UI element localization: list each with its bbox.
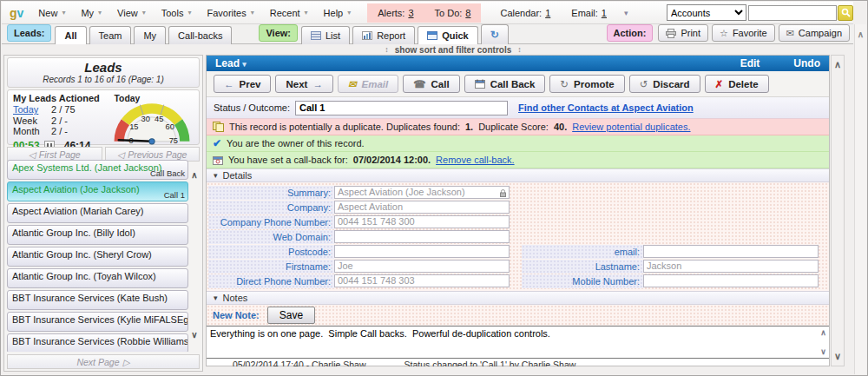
delete-button[interactable]: ✗Delete [705,75,769,93]
web-domain-field[interactable] [334,230,510,243]
todo-count[interactable]: 8 [465,8,470,18]
call-button[interactable]: ☎Call [403,75,459,93]
search-input[interactable] [748,5,837,21]
call-button-label: Call [431,79,450,89]
sort-filter-label: show sort and filter controls [395,45,511,55]
tab-view-quick[interactable]: Quick [418,26,478,44]
scroll-down-icon[interactable]: ∨ [818,347,829,356]
favorite-button[interactable]: ☆Favorite [712,24,775,42]
collapse-icon[interactable]: ▾ [624,9,628,17]
details-section-label: Details [223,170,253,181]
email-count[interactable]: 1 [602,8,607,18]
next-button[interactable]: Next→ [275,75,332,93]
menu-my[interactable]: My▾ [73,8,109,18]
panel-scrollbar[interactable]: ∧ ∨ [831,55,845,366]
mobile-field[interactable] [643,274,819,287]
quick-window-icon [427,31,437,40]
list-item[interactable]: BBT Insurance Services (Kate Bush) [7,290,188,310]
company-field[interactable]: Aspect Aviation [334,201,510,214]
tab-callbacks[interactable]: Call-backs [168,26,232,44]
menu-new[interactable]: New▾ [30,8,73,18]
list-item[interactable]: Atlantic Group Inc. (Sheryl Crow) [7,247,188,267]
sort-filter-toggle[interactable]: ↕ show sort and filter controls ↕ [53,44,853,55]
scroll-up-icon[interactable]: ∧ [189,170,200,180]
list-item[interactable]: BBT Insurance Services (Kylie MiFALSEgue… [7,312,188,332]
scroll-up-icon[interactable]: ∧ [820,328,826,337]
tab-my[interactable]: My [134,26,166,44]
lastname-field[interactable]: Jackson [643,260,819,273]
note-scrollbar[interactable]: ∧∨ [818,328,829,356]
firstname-field[interactable]: Joe [334,260,510,273]
call-back-button[interactable]: Call Back [464,75,546,93]
postcode-field[interactable] [334,245,510,258]
direct-phone-field[interactable]: 0044 151 748 303 [334,274,510,287]
today-link[interactable]: Today [13,104,51,115]
menu-help[interactable]: Help▾ [316,8,359,18]
prev-button[interactable]: ←Prev [214,75,271,93]
scroll-up-icon[interactable]: ∧ [855,30,866,39]
tab-view-report[interactable]: Report [352,26,415,44]
week-label: Week [13,115,51,127]
find-contacts-link[interactable]: Find other Contacts at Aspect Aviation [518,102,694,113]
discard-button-label: Discard [653,79,689,89]
list-scrollbar[interactable]: ∧ ∨ [189,160,200,352]
form-row-lastname: Lastname:Jackson [522,259,819,274]
company-phone-field[interactable]: 0044 151 748 300 [334,215,510,228]
lead-title-menu[interactable]: Lead ▾ [215,57,247,69]
menu-view[interactable]: View▾ [109,8,154,18]
list-icon [311,31,321,40]
tab-view-list[interactable]: List [301,26,350,44]
list-item[interactable]: Apex Systems Ltd. (Janet Jackson)Call Ba… [7,160,188,180]
alerts-counter[interactable]: Alerts:3 [367,8,424,18]
scroll-up-icon[interactable]: ∧ [832,59,844,70]
window-scrollbar[interactable]: ∧ [854,24,866,374]
tab-team[interactable]: Team [89,26,132,44]
list-item[interactable]: Atlantic Group Inc. (Toyah Wilcox) [7,268,188,288]
campaign-button[interactable]: ✉Campaign [779,24,850,42]
list-item[interactable]: BBT Insurance Services (Robbie Williams) [7,333,188,352]
undo-button[interactable]: Undo [793,57,820,69]
menu-recent[interactable]: Recent▾ [262,8,316,18]
lead-name: Atlantic Group Inc. (Toyah Wilcox) [12,271,156,281]
todo-counter[interactable]: To Do:8 [424,8,482,18]
envelope-icon: ✉ [348,78,357,90]
calendar-count[interactable]: 1 [545,8,550,18]
scroll-down-icon[interactable]: ∨ [189,330,200,340]
scroll-down-icon[interactable]: ∨ [832,351,844,362]
list-item[interactable]: Atlantic Group Inc. (Billy Idol) [7,225,188,245]
save-button[interactable]: Save [267,307,315,324]
lead-name: Atlantic Group Inc. (Billy Idol) [12,228,135,238]
alerts-count[interactable]: 3 [408,8,413,18]
lead-title-label: Lead [215,57,240,69]
edit-button[interactable]: Edit [740,57,760,69]
next-page-button[interactable]: Next Page▷ [7,354,200,369]
promote-button[interactable]: ↻Promote [549,75,624,93]
tab-refresh[interactable]: ↻ [481,24,509,44]
email-button-label: Email [362,79,389,89]
remove-callback-link[interactable]: Remove call-back. [436,155,514,165]
duplicate-warning-text: This record is potentially a duplicate. … [229,122,460,132]
duplicate-warning: This record is potentially a duplicate. … [207,119,829,135]
discard-button[interactable]: ↺Discard [629,75,700,93]
review-duplicates-link[interactable]: Review potential duplicates. [572,122,690,132]
tab-all[interactable]: All [55,26,86,44]
list-item[interactable]: Aspect Aviation (Mariah Carey) [7,203,188,223]
menu-tools[interactable]: Tools▾ [154,8,200,18]
email-counter[interactable]: Email:1 [561,8,617,18]
menu-favorites[interactable]: Favorites▾ [199,8,261,18]
email-field[interactable] [643,245,819,258]
todo-label: To Do: [435,8,463,18]
history-timestamp-author: 05/02/2014 17:40 - Charlie Shaw [233,359,366,366]
summary-field[interactable]: Aspect Aviation (Joe Jackson) [334,186,510,199]
list-item-selected[interactable]: Aspect Aviation (Joe Jackson)Call 1 [7,181,188,201]
notes-section-header[interactable]: ▾ Notes [207,291,829,305]
alerts-label: Alerts: [378,8,404,18]
print-button[interactable]: Print [658,24,708,42]
search-scope-select[interactable]: Accounts [667,4,746,21]
details-section-header[interactable]: ▾ Details [207,168,829,182]
status-outcome-input[interactable] [295,101,508,115]
calendar-counter[interactable]: Calendar:1 [490,8,561,18]
note-textarea[interactable]: Everything is on one page. Simple Call b… [207,327,829,358]
email-button[interactable]: ✉Email [338,75,398,93]
search-button[interactable] [838,5,853,21]
